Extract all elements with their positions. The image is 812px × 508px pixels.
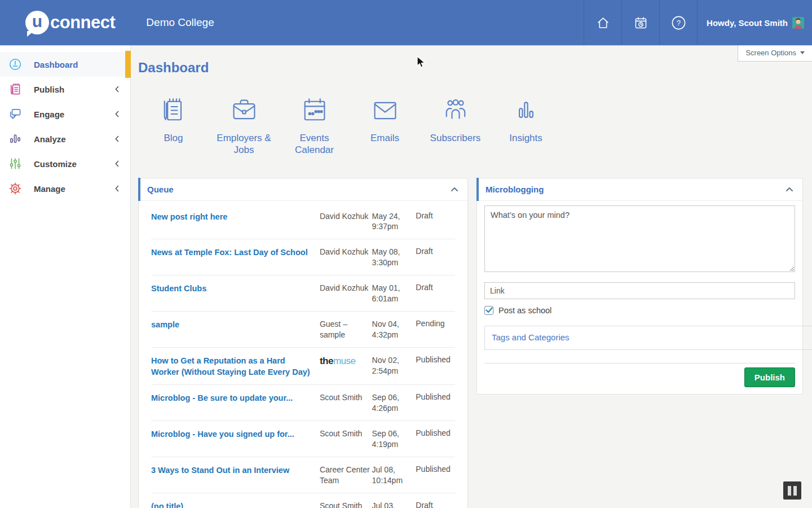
help-icon[interactable]: ?: [659, 0, 697, 45]
quick-link-label: Employers & Jobs: [209, 132, 279, 156]
chevron-left-icon: [112, 134, 122, 144]
avatar: [792, 17, 804, 29]
post-status: Published: [416, 428, 455, 450]
calendar-icon[interactable]: [621, 0, 659, 45]
sidebar-item-label: Analyze: [34, 134, 66, 144]
notepad-icon: [8, 82, 23, 97]
queue-rows: New post right hereDavid KozhukMay 24, 9…: [139, 201, 467, 508]
sidebar-item-customize[interactable]: Customize: [0, 151, 130, 176]
sidebar-item-label: Customize: [34, 159, 77, 169]
sidebar-item-manage[interactable]: Manage: [0, 176, 130, 201]
quick-link-insights[interactable]: Insights: [491, 96, 561, 156]
post-author: Scout Smith: [320, 501, 372, 508]
quick-links-row: BlogEmployers & JobsEvents CalendarEmail…: [138, 96, 812, 156]
logo-u: u: [32, 12, 42, 31]
home-icon[interactable]: [584, 0, 621, 45]
post-status: Published: [416, 465, 455, 486]
post-title-link[interactable]: sample: [151, 319, 320, 340]
post-title-link[interactable]: (no title): [151, 501, 320, 508]
events-calendar-icon: [300, 96, 329, 125]
user-menu[interactable]: Howdy, Scout Smith: [697, 0, 812, 45]
queue-row: Microblog - Be sure to update your...Sco…: [151, 385, 455, 421]
screen-options-label: Screen Options: [745, 49, 796, 57]
chevron-left-icon: [112, 159, 122, 169]
quick-link-envelope[interactable]: Emails: [350, 96, 420, 156]
post-as-school-label: Post as school: [498, 306, 551, 315]
sidebar-item-label: Publish: [34, 85, 64, 94]
microblogging-body: Post as school Tags and Categories Publi…: [477, 201, 802, 394]
svg-text:?: ?: [676, 19, 680, 27]
post-status: Draft: [416, 283, 455, 304]
insights-icon: [511, 96, 541, 125]
post-title-link[interactable]: Microblog - Be sure to update your...: [151, 392, 320, 414]
tags-and-categories-section[interactable]: Tags and Categories: [484, 326, 812, 350]
sidebar-item-analyze[interactable]: Analyze: [0, 126, 130, 151]
briefcase-icon: [230, 96, 259, 125]
chevron-left-icon: [112, 183, 122, 194]
quick-link-label: Events Calendar: [279, 132, 350, 156]
chat-icon: [8, 107, 23, 121]
queue-row: News at Temple Fox: Last Day of SchoolDa…: [151, 239, 455, 275]
microblogging-panel-title: Microblogging: [486, 185, 544, 194]
chevron-up-icon[interactable]: [784, 185, 795, 193]
post-author: Scout Smith: [320, 428, 372, 450]
link-input[interactable]: [484, 282, 795, 299]
quick-link-label: Blog: [164, 132, 183, 144]
post-author: David Kozhuk: [320, 211, 372, 233]
post-title-link[interactable]: 3 Ways to Stand Out in an Interview: [151, 465, 320, 486]
sidebar-item-engage[interactable]: Engage: [0, 102, 130, 126]
screen-options-button[interactable]: Screen Options: [738, 45, 812, 62]
post-title-link[interactable]: How to Get a Reputation as a Hard Worker…: [151, 355, 320, 378]
pause-button[interactable]: [783, 481, 801, 500]
post-status: Draft: [416, 211, 455, 233]
post-date: May 08, 3:30pm: [372, 247, 416, 268]
panels-row: Queue New post right hereDavid KozhukMay…: [138, 178, 812, 508]
quick-link-label: Emails: [370, 132, 399, 144]
queue-row: Student ClubsDavid KozhukMay 01, 6:01amD…: [151, 275, 455, 312]
logo-bubble-icon: u: [25, 11, 49, 34]
topbar-right: ? Howdy, Scout Smith: [584, 0, 812, 45]
post-author: Scout Smith: [320, 392, 372, 414]
quick-link-subscribers[interactable]: Subscribers: [420, 96, 491, 156]
sliders-icon: [8, 156, 23, 171]
bars-icon: [8, 132, 23, 146]
sidebar-item-dashboard[interactable]: Dashboard: [0, 52, 130, 77]
themuse-logo: themuse: [320, 355, 372, 378]
page-title: Dashboard: [138, 60, 812, 76]
post-title-link[interactable]: News at Temple Fox: Last Day of School: [151, 247, 320, 268]
quick-link-blog[interactable]: Blog: [138, 96, 209, 156]
post-status: Draft: [416, 247, 455, 268]
uconnect-logo[interactable]: u connect: [25, 11, 115, 34]
post-title-link[interactable]: Student Clubs: [151, 283, 320, 304]
post-title-link[interactable]: Microblog - Have you signed up for...: [151, 428, 320, 450]
post-date: May 24, 9:37pm: [372, 211, 416, 233]
post-date: Nov 02, 2:54pm: [372, 355, 416, 378]
sidebar-item-label: Dashboard: [34, 60, 78, 69]
tags-and-categories-label: Tags and Categories: [492, 332, 570, 342]
queue-row: 3 Ways to Stand Out in an InterviewCaree…: [151, 457, 455, 493]
top-bar: u connect Demo College ? Howdy, Scout Sm…: [0, 0, 812, 45]
microblog-text-input[interactable]: [484, 205, 795, 272]
queue-panel-header: Queue: [139, 178, 467, 201]
chevron-left-icon: [112, 84, 122, 94]
post-as-school-checkbox[interactable]: [484, 306, 493, 315]
sidebar-item-publish[interactable]: Publish: [0, 77, 130, 102]
gauge-icon: [8, 57, 23, 72]
post-date: Sep 06, 4:26pm: [372, 392, 416, 414]
post-author: David Kozhuk: [320, 247, 372, 268]
quick-link-briefcase[interactable]: Employers & Jobs: [209, 96, 279, 156]
sidebar-item-label: Engage: [34, 110, 64, 119]
queue-row: (no title)Scout SmithJul 03, 6:52pmDraft: [151, 493, 455, 508]
post-status: Published: [416, 392, 455, 414]
chevron-up-icon[interactable]: [449, 185, 460, 193]
post-status: Published: [416, 355, 455, 378]
school-name: Demo College: [146, 16, 214, 29]
sidebar-item-label: Manage: [34, 184, 65, 194]
quick-link-events-calendar[interactable]: Events Calendar: [279, 96, 350, 156]
publish-row: Publish: [484, 364, 795, 387]
post-title-link[interactable]: New post right here: [151, 211, 320, 233]
chevron-left-icon: [112, 109, 122, 119]
publish-button[interactable]: Publish: [744, 367, 795, 387]
blog-icon: [159, 96, 188, 125]
post-as-school-row[interactable]: Post as school: [484, 306, 795, 315]
